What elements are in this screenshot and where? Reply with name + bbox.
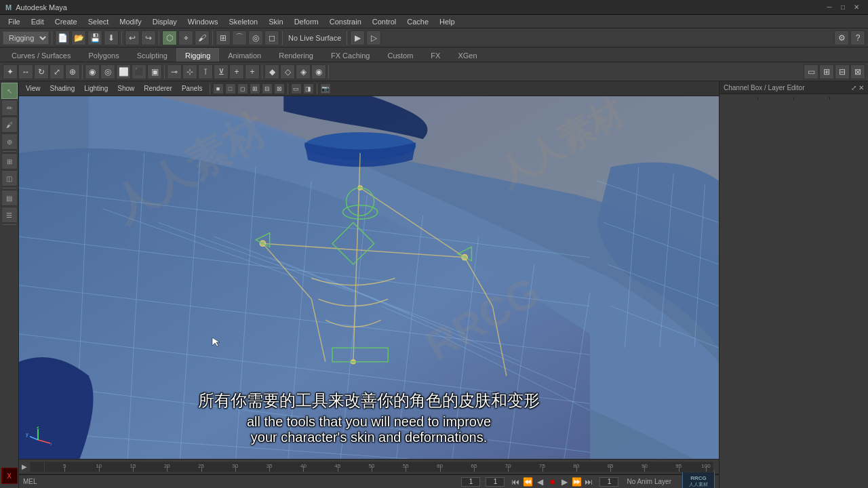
layout-single[interactable]: ▭ [804,64,818,79]
layout-2col[interactable]: ⊟ [835,64,850,79]
snap-surface-button[interactable]: ◻ [264,30,279,45]
tab-rendering[interactable]: Rendering [270,48,322,62]
vp-lighting-menu[interactable]: Lighting [80,84,112,93]
lasso-tool-button[interactable]: ⌖ [178,30,193,45]
help-button[interactable]: ? [850,30,865,45]
menu-display[interactable]: Display [147,15,182,28]
scale-tool[interactable]: ⤢ [50,64,64,79]
soft-select2[interactable]: ◎ [100,64,115,79]
layout-quad[interactable]: ⊞ [819,64,834,79]
vp-toggle5[interactable]: ⊟ [262,83,273,94]
constraint-point[interactable]: ◆ [264,64,279,79]
constraint-parent[interactable]: ◉ [311,64,326,79]
go-to-start-button[interactable]: ⏮ [510,476,521,487]
vp-renderer-menu[interactable]: Renderer [140,84,176,93]
vp-toggle6[interactable]: ⊠ [274,83,285,94]
brush-button[interactable]: 🖌 [1,117,18,133]
magnet-button[interactable]: ◫ [1,170,18,186]
soft-select[interactable]: ◉ [85,64,100,79]
sculpt-button[interactable]: ⊚ [1,134,18,150]
save-file-button[interactable]: 💾 [87,30,102,45]
constraint-scale[interactable]: ◈ [296,64,311,79]
undo-button[interactable]: ↩ [125,30,140,45]
next-frame-button[interactable]: ▶ [559,476,570,487]
minimize-button[interactable]: ─ [823,2,835,13]
menu-deform[interactable]: Deform [289,15,324,28]
stop-button[interactable]: ■ [547,476,557,487]
vp-panels-menu[interactable]: Panels [178,84,207,93]
rotate-tool[interactable]: ↻ [34,64,49,79]
right-panel-close-button[interactable]: ✕ [859,84,864,92]
viewport-3d[interactable]: 人人素材 RRCG 人人素材 所有你需要的工具来改善你的角色的皮肤和变形 all… [19,96,719,459]
menu-skeleton[interactable]: Skeleton [223,15,263,28]
tab-polygons[interactable]: Polygons [79,48,127,62]
maximize-button[interactable]: □ [837,2,849,13]
menu-constrain[interactable]: Constrain [324,15,367,28]
close-button[interactable]: ✕ [850,2,863,13]
snap-curve-button[interactable]: ⌒ [232,30,247,45]
skin-bind[interactable]: + [229,64,244,79]
settings-button[interactable]: ⚙ [834,30,849,45]
menu-help[interactable]: Help [434,15,460,28]
vp-show-menu[interactable]: Show [113,84,138,93]
viewport[interactable]: View Shading Lighting Show Renderer Pane… [19,81,719,459]
menu-select[interactable]: Select [83,15,115,28]
soft-select5[interactable]: ▣ [147,64,162,79]
soft-select3[interactable]: ⬜ [116,64,131,79]
tab-custom[interactable]: Custom [378,48,422,62]
timeline-ruler[interactable]: 5 10 15 20 25 30 35 [30,462,713,472]
workspace-dropdown[interactable]: Rigging [3,31,49,45]
soft-select4[interactable]: ⬛ [132,64,146,79]
menu-file[interactable]: File [3,15,26,28]
menu-windows[interactable]: Windows [182,15,224,28]
layout-3pane[interactable]: ⊠ [850,64,865,79]
universal-tool[interactable]: ⊕ [65,64,80,79]
frame-start-input[interactable] [461,477,480,487]
new-file-button[interactable]: 📄 [55,30,70,45]
tab-curves-surfaces[interactable]: Curves / Surfaces [3,48,79,62]
select-tool2[interactable]: ✦ [3,64,18,79]
import-button[interactable]: ⬇ [104,30,119,45]
ipr-render-button[interactable]: ▷ [366,30,381,45]
frame-current-input[interactable] [486,477,505,487]
go-to-end-button[interactable]: ⏭ [583,476,594,487]
menu-create[interactable]: Create [50,15,83,28]
skin-paint[interactable]: + [245,64,260,79]
move-tool[interactable]: ↔ [18,64,33,79]
ik-tool[interactable]: ⊹ [182,64,197,79]
redo-button[interactable]: ↪ [141,30,156,45]
menu-cache[interactable]: Cache [401,15,434,28]
step-back-button[interactable]: ⏪ [522,476,533,487]
tab-animation[interactable]: Animation [219,48,270,62]
tab-fx[interactable]: FX [422,48,449,62]
frame-playback-input[interactable] [599,477,618,487]
constraint-orient[interactable]: ◇ [280,64,295,79]
ik-rp[interactable]: ⊻ [214,64,229,79]
vp-toggle1[interactable]: ■ [213,83,224,94]
camera-button[interactable]: 📷 [320,83,331,94]
menu-control[interactable]: Control [367,15,401,28]
paint-mode-button[interactable]: ✏ [1,100,18,116]
layer-button[interactable]: ▤ [1,190,18,206]
paint-tool-button[interactable]: 🖌 [195,30,210,45]
menu-skin[interactable]: Skin [263,15,288,28]
select-tool-button[interactable]: ⬡ [162,30,177,45]
channel-button[interactable]: ☰ [1,207,18,223]
tab-sculpting[interactable]: Sculpting [128,48,176,62]
snap-button[interactable]: ⊞ [1,153,18,169]
tab-xgen[interactable]: XGen [449,48,486,62]
prev-frame-button[interactable]: ◀ [534,476,545,487]
vp-view-menu[interactable]: View [22,84,45,93]
menu-edit[interactable]: Edit [26,15,50,28]
step-forward-button[interactable]: ⏩ [571,476,582,487]
vp-toggle8[interactable]: ◨ [303,83,314,94]
tab-fx-caching[interactable]: FX Caching [322,48,378,62]
vp-toggle7[interactable]: ▭ [291,83,302,94]
vp-toggle4[interactable]: ⊞ [250,83,260,94]
ik-spring[interactable]: ⊺ [198,64,213,79]
snap-grid-button[interactable]: ⊞ [216,30,231,45]
vp-toggle2[interactable]: □ [225,83,236,94]
tab-rigging[interactable]: Rigging [176,48,219,62]
menu-modify[interactable]: Modify [114,15,146,28]
right-panel-float-button[interactable]: ⤢ [851,84,856,92]
